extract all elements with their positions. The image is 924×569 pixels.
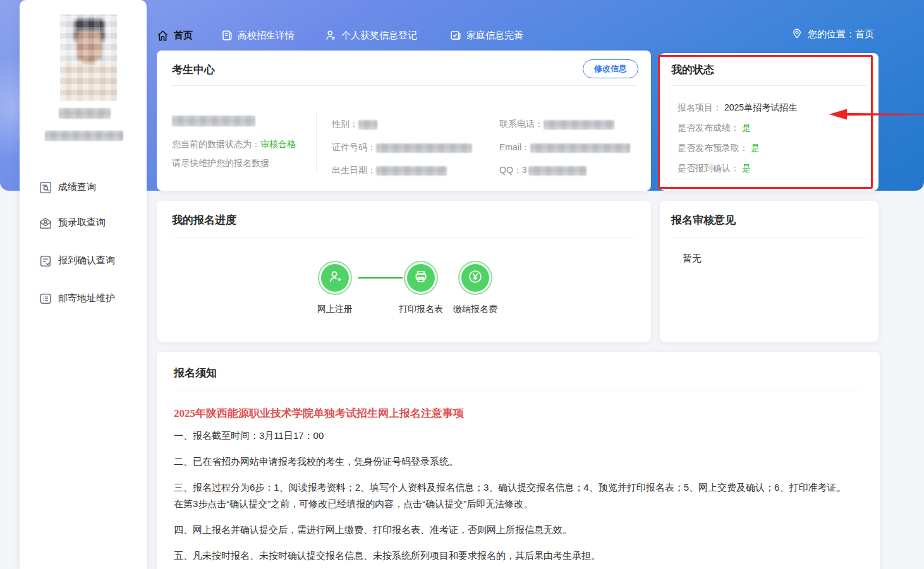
card-title: 报名须知	[174, 366, 217, 380]
divider	[172, 85, 636, 86]
tab-college-details[interactable]: 高校招生详情	[221, 27, 295, 44]
home-icon	[157, 30, 169, 42]
notice-item: 五、凡未按时报名、未按时确认提交报名信息、未按系统所列项目和要求报名的，其后果由…	[174, 548, 851, 564]
breadcrumb: 您的位置：首页	[791, 28, 874, 41]
review-opinion-card: 报名审核意见 暂无	[660, 201, 878, 342]
card-title: 我的报名进度	[172, 213, 236, 227]
sidebar-item-preadmission-query[interactable]: 预录取查询	[20, 213, 147, 234]
redacted-user-info	[45, 131, 123, 141]
sidebar-item-mailing-address[interactable]: 邮寄地址维护	[20, 289, 147, 309]
notice-item: 二、已在省招办网站申请报考我校的考生，凭身份证号码登录系统。	[174, 453, 851, 470]
tab-label: 首页	[174, 30, 193, 42]
status-row-label: 是否报到确认：	[678, 163, 739, 173]
notice-item: 三、报名过程分为6步：1、阅读报考资料；2、填写个人资料及报名信息；3、确认提交…	[174, 479, 851, 512]
redacted-qq	[528, 166, 587, 176]
score-search-icon	[39, 181, 52, 195]
column-divider	[316, 112, 317, 173]
divider	[671, 237, 867, 237]
qq-label: QQ：	[499, 165, 522, 175]
sidebar: 成绩查询 预录取查询 报到确认查询 邮寄地址维护	[20, 0, 147, 569]
step-label: 网上注册	[310, 304, 360, 315]
data-status-label: 您当前的数据状态为：	[172, 139, 260, 149]
redacted-email	[530, 143, 630, 153]
card-title: 我的状态	[671, 63, 714, 77]
status-row-label: 报名项目：	[678, 102, 722, 112]
redacted-user-name	[59, 108, 111, 119]
qq-visible-digit: 3	[522, 165, 527, 175]
step-print-form	[407, 264, 435, 292]
tab-label: 高校招生详情	[238, 30, 295, 42]
status-row-value: 是	[742, 123, 751, 133]
step-pay-fee	[461, 264, 489, 292]
yuan-pay-icon	[467, 268, 483, 287]
divider	[671, 85, 867, 86]
registration-progress-card: 我的报名进度 网上注册 打印报名表 缴纳报名费	[157, 201, 651, 342]
progress-connector	[358, 277, 403, 279]
redacted-candidate-name	[172, 116, 255, 126]
status-row-value: 是	[742, 163, 751, 173]
id-number-label: 证件号码：	[332, 142, 376, 152]
redacted-id-number	[376, 143, 472, 153]
status-row-label: 是否发布成绩：	[678, 123, 739, 133]
email-label: Email：	[499, 142, 530, 152]
step-online-register	[321, 264, 349, 292]
my-status-card: 我的状态 报名项目：2025单招考试招生 是否发布成绩：是 是否发布预录取：是 …	[660, 53, 878, 191]
sidebar-item-label: 邮寄地址维护	[58, 292, 115, 304]
notice-item: 一、报名截至时间：3月11日17：00	[174, 428, 851, 444]
registration-notice-card: 报名须知 2025年陕西能源职业技术学院单独考试招生网上报名注意事项 一、报名截…	[157, 352, 880, 569]
maintain-data-hint: 请尽快维护您的报名数据	[172, 158, 269, 169]
sidebar-item-label: 报到确认查询	[58, 255, 115, 267]
tab-home[interactable]: 首页	[157, 27, 193, 44]
breadcrumb-label: 您的位置：首页	[808, 28, 874, 40]
sidebar-item-score-query[interactable]: 成绩查询	[20, 178, 147, 198]
review-empty-text: 暂无	[683, 253, 702, 265]
candidate-center-card: 考生中心 修改信息 您当前的数据状态为：审核合格 请尽快维护您的报名数据 性别：…	[157, 51, 651, 191]
document-icon	[221, 30, 233, 41]
document-check-icon	[450, 30, 461, 41]
redacted-phone	[544, 120, 614, 129]
tab-family-info[interactable]: 家庭信息完善	[450, 27, 523, 44]
checkin-confirm-icon	[39, 254, 52, 268]
sidebar-item-label: 成绩查询	[58, 181, 96, 193]
redacted-gender	[358, 120, 377, 129]
pre-admission-icon	[39, 216, 52, 230]
gender-label: 性别：	[332, 119, 358, 129]
sidebar-item-label: 预录取查询	[58, 217, 106, 229]
printer-icon	[413, 269, 429, 287]
step-label: 打印报名表	[392, 304, 449, 315]
notice-item: 四、网上报名并确认提交后，需进行网上缴费、打印报名表、准考证，否则网上所报信息无…	[174, 522, 851, 538]
mailing-address-icon	[39, 292, 52, 306]
tab-label: 家庭信息完善	[466, 30, 523, 42]
person-icon	[325, 30, 336, 41]
phone-label: 联系电话：	[499, 119, 544, 129]
exam-registration-home-page: 首页 高校招生详情 个人获奖信息登记 家庭信息完善 您的位置：首页	[0, 0, 924, 569]
redacted-birth-date	[376, 166, 447, 176]
birth-date-label: 出生日期：	[332, 165, 376, 175]
step-label: 缴纳报名费	[447, 304, 504, 315]
sidebar-item-checkin-confirm-query[interactable]: 报到确认查询	[20, 251, 147, 272]
edit-info-button[interactable]: 修改信息	[583, 59, 638, 78]
divider	[172, 237, 636, 237]
card-title: 考生中心	[172, 63, 215, 77]
status-row-value: 是	[751, 143, 760, 153]
tab-personal-awards[interactable]: 个人获奖信息登记	[325, 27, 417, 44]
card-title: 报名审核意见	[671, 213, 736, 227]
user-register-icon	[327, 269, 343, 287]
status-row-label: 是否发布预录取：	[678, 143, 748, 153]
notice-headline: 2025年陕西能源职业技术学院单独考试招生网上报名注意事项	[174, 406, 464, 421]
divider	[174, 390, 863, 390]
status-row-value: 2025单招考试招生	[724, 102, 797, 112]
notice-body: 一、报名截至时间：3月11日17：00 二、已在省招办网站申请报考我校的考生，凭…	[174, 428, 851, 569]
avatar	[60, 15, 117, 101]
location-pin-icon	[791, 28, 803, 41]
tab-label: 个人获奖信息登记	[341, 30, 417, 42]
data-status-value: 审核合格	[260, 139, 296, 149]
